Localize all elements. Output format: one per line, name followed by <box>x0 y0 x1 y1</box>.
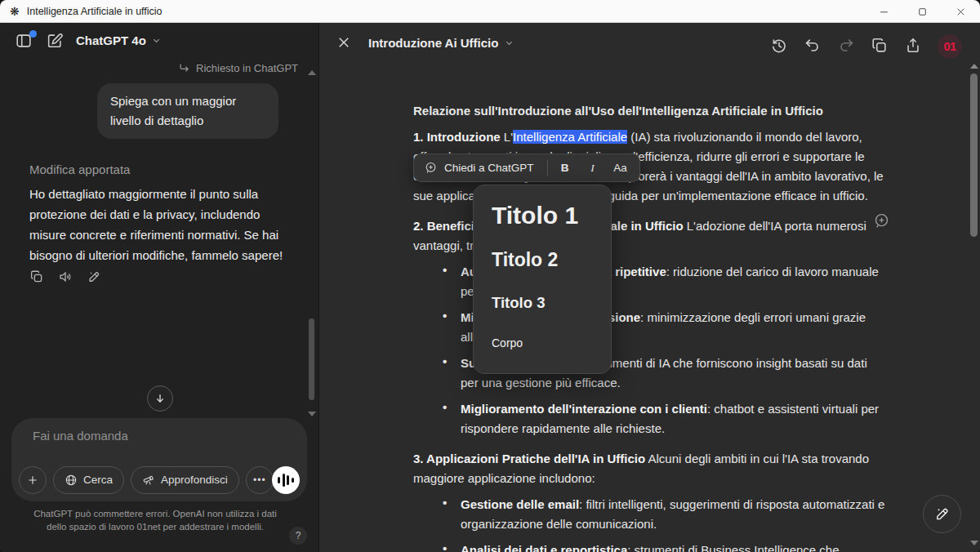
model-selector[interactable]: ChatGPT 4o <box>76 33 162 47</box>
copy-message-button[interactable] <box>29 269 46 286</box>
bullet-marker: • <box>443 306 447 326</box>
paragraph-text: L' <box>501 130 513 144</box>
app-window: ❋ Intelligenza Artificiale in ufficio <box>0 0 980 552</box>
document-title-menu[interactable]: Introduzione Ai Ufficio <box>368 36 514 50</box>
bold-button[interactable]: B <box>551 157 579 179</box>
bullet-lead: Analisi dei dati e reportistica <box>461 543 627 552</box>
read-aloud-button[interactable] <box>58 269 74 286</box>
undo-button[interactable] <box>804 37 823 56</box>
share-button[interactable] <box>904 37 924 56</box>
list-item: •Miglioramento dell'interazione con i cl… <box>413 399 885 438</box>
scroll-down-arrow[interactable] <box>308 412 316 416</box>
bullet-marker: • <box>443 398 447 417</box>
scroll-down-arrow[interactable] <box>970 541 978 545</box>
copy-icon <box>871 37 889 55</box>
plus-icon <box>26 474 39 487</box>
ask-chatgpt-label: Chiedi a ChatGPT <box>444 162 534 174</box>
paragraph-applicazioni: 3. Applicazioni Pratiche dell'IA in Uffi… <box>413 449 885 488</box>
pencil-sparkle-icon <box>87 269 101 284</box>
assistant-message-text: Ho dettagliato maggiormente il punto sul… <box>29 184 291 265</box>
menu-item-titolo-2[interactable]: Titolo 2 <box>492 238 611 279</box>
edit-document-fab[interactable] <box>923 495 961 533</box>
text-style-button[interactable]: Aa <box>607 157 635 179</box>
model-label: ChatGPT 4o <box>76 33 146 47</box>
composer-input[interactable]: Fai una domanda <box>33 429 128 443</box>
close-canvas-button[interactable] <box>336 35 354 53</box>
chevron-down-icon <box>504 38 514 48</box>
bullet-marker: • <box>443 352 447 372</box>
window-controls <box>865 0 980 23</box>
share-icon <box>904 37 922 55</box>
search-label: Cerca <box>83 474 113 486</box>
section-3-label: 3. Applicazioni Pratiche dell'IA in Uffi… <box>413 452 645 465</box>
window-title: Intelligenza Artificiale in ufficio <box>27 6 163 17</box>
user-message-bubble: Spiega con un maggior livello di dettagl… <box>97 83 278 139</box>
requested-label: Richiesto in ChatGPT <box>196 62 298 74</box>
waveform-icon <box>292 478 294 483</box>
document-title: Introduzione Ai Ufficio <box>368 36 498 50</box>
account-avatar[interactable]: 01 <box>938 34 962 59</box>
arrow-down-icon <box>154 392 167 405</box>
new-chat-button[interactable] <box>46 32 67 53</box>
composer: Fai una domanda Cerca Approfondisci ••• <box>11 418 307 501</box>
undo-icon <box>804 37 822 55</box>
version-history-button[interactable] <box>770 37 790 56</box>
menu-item-titolo-3[interactable]: Titolo 3 <box>492 279 611 320</box>
notification-dot <box>29 30 37 38</box>
maximize-icon <box>917 7 928 17</box>
chat-sidebar: ChatGPT 4o Richiesto in ChatGPT Spiega c… <box>0 23 318 552</box>
canvas-panel: Introduzione Ai Ufficio <box>318 23 980 552</box>
deep-research-label: Approfondisci <box>161 474 228 486</box>
menu-item-corpo[interactable]: Corpo <box>492 320 611 358</box>
globe-icon <box>65 474 78 487</box>
document-scrollbar <box>969 39 979 552</box>
scroll-to-bottom-button[interactable] <box>147 385 173 412</box>
minimize-button[interactable] <box>865 0 903 23</box>
comment-plus-icon <box>873 212 890 229</box>
scroll-up-arrow[interactable] <box>970 64 978 69</box>
close-button[interactable] <box>942 0 980 23</box>
voice-mode-button[interactable] <box>272 466 300 494</box>
history-icon <box>770 37 788 55</box>
edit-status-label: Modifica apportata <box>29 162 130 176</box>
margin-comment-button[interactable] <box>873 212 890 229</box>
selected-text[interactable]: Intelligenza Artificiale <box>513 130 627 144</box>
scroll-up-arrow[interactable] <box>308 70 316 75</box>
scrollbar-thumb[interactable] <box>309 318 314 400</box>
text-style-menu: Titolo 1 Titolo 2 Titolo 3 Corpo <box>473 185 612 374</box>
pencil-sparkle-icon <box>933 505 951 523</box>
openai-logo-icon: ❋ <box>10 6 20 17</box>
deep-research-button[interactable]: Approfondisci <box>131 466 239 494</box>
sidebar-toggle-button[interactable] <box>15 32 36 53</box>
bullet-marker: • <box>443 493 447 513</box>
document-heading: Relazione sull'Introduzione all'Uso dell… <box>413 101 885 121</box>
section-1-label: 1. Introduzione <box>413 130 501 144</box>
bullet-marker: • <box>443 539 447 552</box>
redo-button[interactable] <box>837 37 857 56</box>
more-options-button[interactable]: ••• <box>246 466 274 494</box>
attach-button[interactable] <box>19 466 47 494</box>
italic-button[interactable]: I <box>579 157 607 180</box>
waveform-icon <box>283 474 285 487</box>
search-button[interactable]: Cerca <box>53 466 124 494</box>
requested-in-chatgpt-label: Richiesto in ChatGPT <box>178 62 298 74</box>
speaker-icon <box>58 269 73 284</box>
selection-toolbar: Chiedi a ChatGPT B I Aa <box>413 154 640 182</box>
titlebar: ❋ Intelligenza Artificiale in ufficio <box>0 0 980 23</box>
compose-icon <box>46 32 64 50</box>
return-arrow-icon <box>178 62 190 74</box>
disclaimer-text: ChatGPT può commettere errori. OpenAI no… <box>33 507 278 533</box>
scrollbar-thumb[interactable] <box>970 73 978 237</box>
close-icon <box>336 35 351 50</box>
edit-with-ai-button[interactable] <box>87 269 103 286</box>
copy-icon <box>29 269 44 284</box>
user-message-text: Spiega con un maggior livello di dettagl… <box>110 94 236 127</box>
bullet-lead: Gestione delle email <box>461 497 579 511</box>
menu-item-titolo-1[interactable]: Titolo 1 <box>492 195 611 238</box>
sidebar-scrollbar <box>307 23 317 552</box>
copy-document-button[interactable] <box>871 37 890 56</box>
help-button[interactable]: ? <box>289 527 307 545</box>
ask-chatgpt-button[interactable]: Chiedi a ChatGPT <box>424 161 544 175</box>
list-item: •Gestione delle email: filtri intelligen… <box>413 495 885 534</box>
maximize-button[interactable] <box>903 0 942 23</box>
